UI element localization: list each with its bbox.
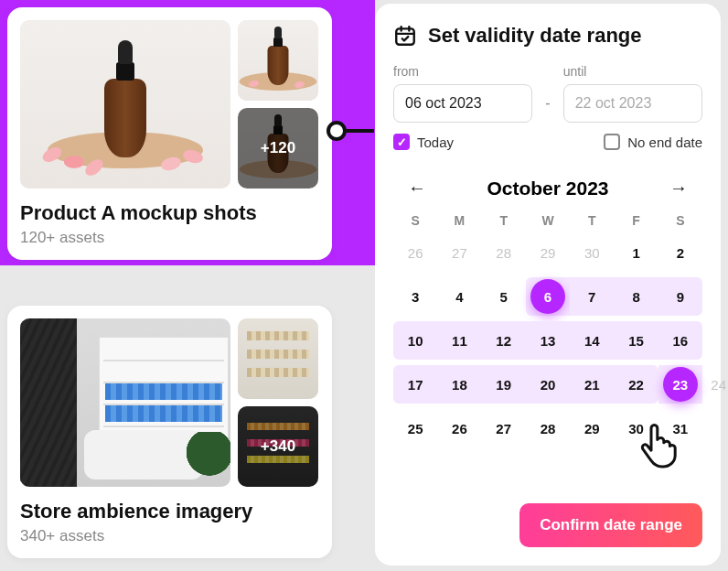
calendar-day[interactable]: 23: [658, 365, 702, 404]
weekday: T: [482, 213, 526, 228]
calendar-day[interactable]: 6: [526, 277, 570, 316]
calendar-day[interactable]: 8: [614, 277, 658, 316]
panel-title: Set validity date range: [428, 24, 642, 48]
calendar-day[interactable]: 12: [482, 321, 526, 360]
calendar-day[interactable]: 22: [614, 365, 658, 404]
confirm-date-range-button[interactable]: Confirm date range: [519, 503, 702, 547]
weekday: M: [437, 213, 481, 228]
calendar-day[interactable]: 21: [570, 365, 614, 404]
calendar-day[interactable]: 25: [393, 409, 437, 447]
until-date-input[interactable]: 22 oct 2023: [563, 84, 702, 123]
calendar-icon: [393, 24, 417, 48]
calendar-day[interactable]: 27: [482, 409, 526, 447]
from-date-input[interactable]: 06 oct 2023: [393, 84, 532, 123]
more-count: +120: [261, 139, 295, 157]
calendar-day[interactable]: 1: [614, 233, 658, 272]
month-label: October 2023: [487, 178, 608, 199]
calendar-day[interactable]: 17: [393, 365, 437, 404]
card-title: Product A mockup shots: [20, 201, 319, 225]
calendar-day[interactable]: 29: [526, 233, 570, 272]
calendar-day[interactable]: 10: [393, 321, 437, 360]
calendar-day[interactable]: 13: [526, 321, 570, 360]
calendar-day[interactable]: 31: [658, 409, 702, 447]
asset-thumb-more[interactable]: +340: [238, 406, 318, 487]
until-label: until: [563, 64, 702, 79]
calendar-day[interactable]: 9: [658, 277, 702, 316]
no-end-date-label: No end date: [627, 135, 702, 150]
calendar-day[interactable]: 18: [437, 365, 481, 404]
calendar-day[interactable]: 15: [614, 321, 658, 360]
weekday: S: [658, 213, 702, 228]
weekday: W: [526, 213, 570, 228]
calendar-day[interactable]: 26: [393, 233, 437, 272]
calendar-day[interactable]: 26: [437, 409, 481, 447]
weekday: T: [570, 213, 614, 228]
calendar-day[interactable]: 14: [570, 321, 614, 360]
no-end-date-checkbox[interactable]: [604, 134, 620, 150]
weekday: F: [614, 213, 658, 228]
asset-card[interactable]: +120 Product A mockup shots 120+ assets: [7, 7, 332, 260]
calendar-day[interactable]: 7: [570, 277, 614, 316]
dash-separator: -: [545, 95, 550, 123]
asset-thumb: [238, 318, 318, 399]
calendar-day[interactable]: 11: [437, 321, 481, 360]
calendar-day[interactable]: 30: [614, 409, 658, 447]
weekday: S: [393, 213, 437, 228]
calendar-day[interactable]: 27: [437, 233, 481, 272]
calendar-day[interactable]: 4: [437, 277, 481, 316]
asset-thumb: [238, 20, 318, 101]
today-checkbox[interactable]: [393, 134, 410, 150]
more-count: +340: [261, 437, 295, 456]
calendar-day[interactable]: 5: [482, 277, 526, 316]
calendar-day[interactable]: 28: [526, 409, 570, 447]
calendar-day[interactable]: 24: [711, 365, 726, 404]
asset-card[interactable]: +340 Store ambience imagery 340+ assets: [7, 306, 332, 558]
calendar-day[interactable]: 20: [526, 365, 570, 404]
calendar-day[interactable]: 30: [570, 233, 614, 272]
weekday-header: SMTWTFS: [393, 213, 702, 228]
card-subtitle: 120+ assets: [20, 229, 319, 247]
next-month-button[interactable]: →: [662, 174, 695, 202]
from-label: from: [393, 64, 532, 79]
prev-month-button[interactable]: ←: [401, 174, 434, 202]
calendar-day[interactable]: 19: [482, 365, 526, 404]
date-range-panel: Set validity date range from 06 oct 2023…: [375, 4, 721, 566]
asset-main-image: [20, 318, 230, 487]
card-title: Store ambience imagery: [20, 500, 319, 523]
asset-main-image: [20, 20, 230, 189]
calendar-day[interactable]: 29: [570, 409, 614, 447]
connector-line: [332, 124, 374, 137]
calendar-day[interactable]: 3: [393, 277, 437, 316]
calendar-day[interactable]: 28: [482, 233, 526, 272]
today-label: Today: [417, 135, 454, 150]
calendar-day[interactable]: 2: [658, 233, 702, 272]
card-subtitle: 340+ assets: [20, 527, 319, 545]
svg-rect-0: [396, 28, 414, 44]
calendar-day[interactable]: 16: [658, 321, 702, 360]
asset-thumb-more[interactable]: +120: [238, 108, 318, 189]
